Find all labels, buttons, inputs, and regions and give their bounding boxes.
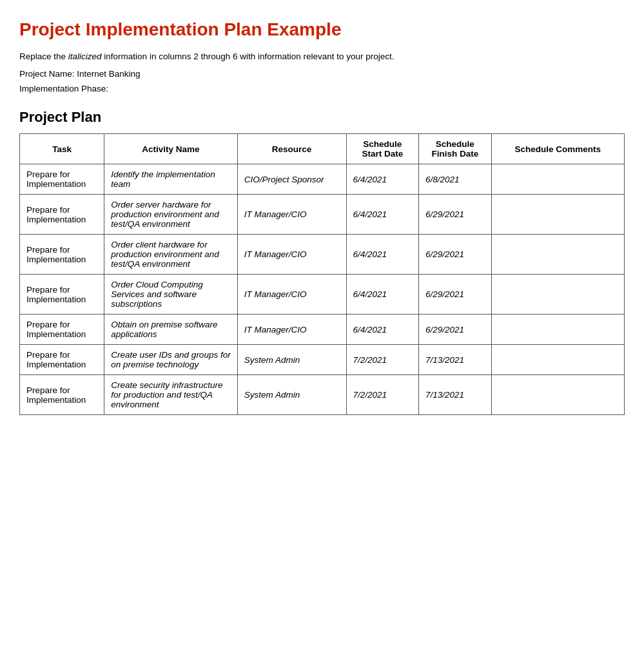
section-title: Project Plan (19, 109, 625, 126)
cell-resource: IT Manager/CIO (237, 195, 346, 235)
cell-finish-date: 6/8/2021 (419, 164, 492, 195)
cell-task: Prepare for Implementation (20, 275, 104, 315)
table-row: Prepare for ImplementationCreate securit… (20, 375, 625, 415)
cell-comments (491, 345, 624, 375)
cell-task: Prepare for Implementation (20, 375, 104, 415)
cell-task: Prepare for Implementation (20, 315, 104, 345)
cell-start-date: 7/2/2021 (346, 375, 419, 415)
cell-comments (491, 164, 624, 195)
header-task: Task (20, 134, 104, 164)
impl-phase: Implementation Phase: (19, 84, 625, 93)
table-row: Prepare for ImplementationOrder Cloud Co… (20, 275, 625, 315)
cell-comments (491, 275, 624, 315)
project-name: Project Name: Internet Banking (19, 69, 625, 79)
cell-activity: Create security infrastructure for produ… (104, 375, 237, 415)
cell-resource: IT Manager/CIO (237, 275, 346, 315)
table-header-row: Task Activity Name Resource ScheduleStar… (20, 134, 625, 164)
project-name-label: Project Name: (19, 69, 75, 79)
page-title: Project Implementation Plan Example (19, 19, 625, 40)
cell-start-date: 7/2/2021 (346, 345, 419, 375)
cell-start-date: 6/4/2021 (346, 235, 419, 275)
cell-finish-date: 6/29/2021 (419, 315, 492, 345)
cell-resource: System Admin (237, 375, 346, 415)
cell-finish-date: 7/13/2021 (419, 345, 492, 375)
cell-comments (491, 235, 624, 275)
cell-resource: IT Manager/CIO (237, 235, 346, 275)
cell-activity: Order server hardware for production env… (104, 195, 237, 235)
header-finish-date: ScheduleFinish Date (419, 134, 492, 164)
subtitle-prefix: Replace the (19, 52, 68, 61)
cell-comments (491, 375, 624, 415)
subtitle-italic: italicized (68, 52, 102, 61)
table-row: Prepare for ImplementationOrder client h… (20, 235, 625, 275)
header-activity: Activity Name (104, 134, 237, 164)
impl-phase-label: Implementation Phase: (19, 84, 108, 93)
cell-resource: CIO/Project Sponsor (237, 164, 346, 195)
cell-finish-date: 6/29/2021 (419, 195, 492, 235)
cell-activity: Obtain on premise software applications (104, 315, 237, 345)
cell-task: Prepare for Implementation (20, 164, 104, 195)
cell-comments (491, 315, 624, 345)
cell-activity: Identify the implementation team (104, 164, 237, 195)
cell-finish-date: 6/29/2021 (419, 275, 492, 315)
cell-activity: Order Cloud Computing Services and softw… (104, 275, 237, 315)
subtitle-suffix: information in columns 2 through 6 with … (102, 52, 395, 61)
cell-comments (491, 195, 624, 235)
cell-finish-date: 6/29/2021 (419, 235, 492, 275)
table-row: Prepare for ImplementationIdentify the i… (20, 164, 625, 195)
header-resource: Resource (237, 134, 346, 164)
cell-resource: System Admin (237, 345, 346, 375)
table-row: Prepare for ImplementationCreate user ID… (20, 345, 625, 375)
cell-task: Prepare for Implementation (20, 195, 104, 235)
cell-finish-date: 7/13/2021 (419, 375, 492, 415)
cell-start-date: 6/4/2021 (346, 195, 419, 235)
header-comments: Schedule Comments (491, 134, 624, 164)
table-row: Prepare for ImplementationObtain on prem… (20, 315, 625, 345)
cell-activity: Order client hardware for production env… (104, 235, 237, 275)
cell-start-date: 6/4/2021 (346, 315, 419, 345)
table-row: Prepare for ImplementationOrder server h… (20, 195, 625, 235)
subtitle: Replace the italicized information in co… (19, 52, 625, 61)
project-plan-table: Task Activity Name Resource ScheduleStar… (19, 133, 625, 415)
project-name-text: Internet Banking (77, 69, 140, 79)
header-start-date: ScheduleStart Date (346, 134, 419, 164)
cell-resource: IT Manager/CIO (237, 315, 346, 345)
cell-task: Prepare for Implementation (20, 345, 104, 375)
cell-task: Prepare for Implementation (20, 235, 104, 275)
cell-activity: Create user IDs and groups for on premis… (104, 345, 237, 375)
cell-start-date: 6/4/2021 (346, 275, 419, 315)
cell-start-date: 6/4/2021 (346, 164, 419, 195)
project-plan-table-wrapper: Task Activity Name Resource ScheduleStar… (19, 133, 625, 415)
